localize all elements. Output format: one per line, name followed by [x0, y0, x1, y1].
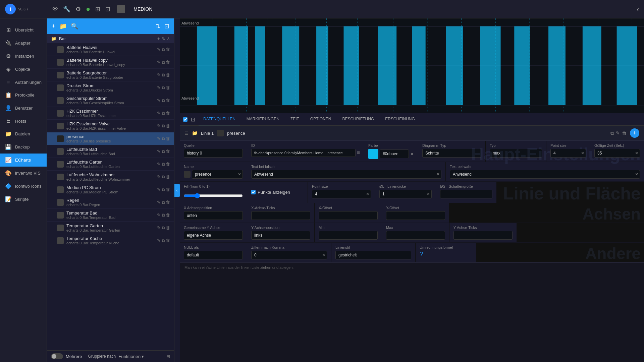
sidebar-item-dateien[interactable]: 📁 Dateien	[0, 127, 47, 140]
file-copy-btn[interactable]: ⧉	[162, 47, 165, 52]
folder-add-btn[interactable]: +	[157, 36, 160, 41]
mehrere-toggle[interactable]	[51, 353, 63, 359]
file-item[interactable]: Luftfeuchte Bad echarts.0.Bar.Luftfeucht…	[47, 145, 174, 158]
file-delete-btn[interactable]: 🗑	[166, 187, 170, 192]
tab-expand-btn[interactable]: ⊡	[189, 114, 197, 125]
file-copy-btn[interactable]: ⧉	[162, 123, 165, 129]
file-edit-btn[interactable]: ✎	[157, 72, 161, 78]
file-item[interactable]: HZK Esszimmer echarts.0.Bar.HZK Esszimme…	[47, 107, 174, 120]
visibility-icon[interactable]: 👁	[52, 6, 58, 13]
file-copy-btn[interactable]: ⧉	[162, 85, 165, 90]
wrench-icon[interactable]: 🔧	[63, 5, 70, 13]
file-edit-btn[interactable]: ✎	[157, 225, 161, 231]
drag-handle-icon[interactable]: ☰	[184, 131, 189, 136]
punkte-checkbox[interactable]	[251, 190, 256, 194]
point-size-clear-btn[interactable]: ✕	[581, 151, 584, 156]
file-item[interactable]: Drucker Strom echarts.0.Bar.Drucker Stro…	[47, 81, 174, 94]
file-copy-btn[interactable]: ⧉	[162, 60, 165, 65]
y-achsenposition-select[interactable]: links	[251, 231, 310, 240]
sidebar-item-adapter[interactable]: 🔌 Adapter	[0, 37, 47, 50]
file-item[interactable]: HZK Esszimmer Valve echarts.0.Bar.HZK Es…	[47, 120, 174, 132]
file-edit-btn[interactable]: ✎	[157, 187, 161, 192]
tab-zeit[interactable]: ZEIT	[286, 113, 304, 125]
file-copy-btn[interactable]: ⧉	[162, 200, 165, 205]
tab-beschriftung[interactable]: BESCHRIFTUNG	[338, 113, 379, 125]
file-copy-btn[interactable]: ⧉	[162, 225, 165, 231]
add-file-btn[interactable]: +	[51, 22, 56, 31]
file-copy-btn[interactable]: ⧉	[162, 111, 165, 116]
sidebar-item-ubersicht[interactable]: ⊞ Übersicht	[0, 23, 47, 37]
diagramm-typ-select[interactable]: Schritte	[422, 149, 481, 158]
file-delete-btn[interactable]: 🗑	[166, 111, 170, 116]
x-offset-select[interactable]	[319, 211, 378, 220]
file-delete-btn[interactable]: 🗑	[166, 60, 170, 65]
file-edit-btn[interactable]: ✎	[157, 200, 161, 205]
name-clear-btn[interactable]: ✕	[238, 172, 241, 177]
file-edit-btn[interactable]: ✎	[157, 162, 161, 167]
file-delete-btn[interactable]: 🗑	[166, 213, 170, 218]
sidebar-item-backup[interactable]: 💾 Backup	[0, 140, 47, 154]
min-input[interactable]	[319, 231, 378, 240]
file-delete-btn[interactable]: 🗑	[166, 225, 170, 231]
file-item[interactable]: Luftfeuchte Wohnzimmer echarts.0.Bar.Luf…	[47, 171, 174, 183]
text-wahr-clear-btn[interactable]: ✕	[635, 172, 638, 177]
file-copy-btn[interactable]: ⧉	[162, 149, 165, 154]
file-item[interactable]: Temperatur Bad echarts.0.Bar.Temperatur …	[47, 209, 174, 222]
file-edit-btn[interactable]: ✎	[157, 136, 161, 141]
file-edit-btn[interactable]: ✎	[157, 238, 161, 243]
file-delete-btn[interactable]: 🗑	[166, 149, 170, 154]
green-dot-icon[interactable]: ●	[86, 5, 90, 13]
funktionen-btn[interactable]: Funktionen ▾	[118, 354, 144, 359]
expand-panel-btn[interactable]: ⊡	[164, 22, 170, 31]
name-input[interactable]	[192, 170, 243, 179]
file-copy-btn[interactable]: ⧉	[162, 213, 165, 218]
file-delete-btn[interactable]: 🗑	[166, 174, 170, 180]
file-edit-btn[interactable]: ✎	[157, 98, 161, 103]
file-item[interactable]: Luftfeuchte Garten echarts.0.Bar.Luftfeu…	[47, 158, 174, 171]
folder-btn[interactable]: 📁	[59, 22, 67, 31]
folder-edit-btn[interactable]: ✎	[161, 36, 165, 41]
text-falsch-clear-btn[interactable]: ✕	[436, 172, 440, 177]
color-box[interactable]	[368, 149, 378, 159]
search-btn[interactable]: 🔍	[70, 22, 79, 31]
gultige-zeit-input[interactable]	[594, 149, 640, 158]
line-copy-btn[interactable]: ⧉	[610, 130, 614, 136]
collapse-sidebar-btn[interactable]: ‹	[637, 5, 639, 13]
farbe-input[interactable]	[380, 149, 409, 158]
os-input[interactable]	[440, 190, 492, 198]
text-falsch-input[interactable]	[251, 170, 441, 179]
tab-erscheinung[interactable]: ERSCHEINUNG	[380, 113, 420, 125]
sidebar-item-aufzahlungen[interactable]: ≡ Aufzählungen	[0, 76, 47, 88]
sidebar-item-echarts[interactable]: 📈 ECharts	[0, 154, 47, 167]
file-edit-btn[interactable]: ✎	[157, 213, 161, 218]
sort-btn[interactable]: ⇅	[155, 22, 161, 31]
file-item[interactable]: Temperatur Küche echarts.0.Bar.Temperatu…	[47, 234, 174, 247]
panel-options-btn[interactable]: ⊞	[166, 354, 170, 359]
gultige-zeit-clear-btn[interactable]: ✕	[635, 151, 638, 156]
folder-toggle-btn[interactable]: ∧	[167, 36, 170, 41]
line-add-btn[interactable]: +	[630, 128, 639, 138]
file-copy-btn[interactable]: ⧉	[162, 187, 165, 192]
fill-slider[interactable]	[184, 192, 243, 199]
ziffern-input[interactable]	[251, 251, 327, 259]
file-copy-btn[interactable]: ⧉	[162, 162, 165, 167]
grid-icon[interactable]: ⊞	[95, 5, 100, 13]
sidebar-item-protokolle[interactable]: 📋 Protokolle	[0, 88, 47, 102]
id-menu-btn[interactable]: ≡	[357, 150, 360, 156]
expand-icon[interactable]: ⊡	[105, 5, 110, 13]
ol-input[interactable]	[379, 190, 432, 198]
linienstil-select[interactable]: gestrichelt	[335, 251, 411, 259]
file-edit-btn[interactable]: ✎	[157, 60, 161, 65]
file-delete-btn[interactable]: 🗑	[166, 136, 170, 141]
file-item[interactable]: Regen echarts.0.Bar.Regen ✎ ⧉ 🗑	[47, 196, 174, 209]
max-input[interactable]	[386, 231, 445, 240]
file-edit-btn[interactable]: ✎	[157, 149, 161, 154]
file-item[interactable]: Medion PC Strom echarts.0.Bar.Medion PC …	[47, 183, 174, 196]
settings-icon[interactable]: ⚙	[75, 5, 81, 13]
file-copy-btn[interactable]: ⧉	[162, 174, 165, 180]
sidebar-item-hosts[interactable]: 🖥 Hosts	[0, 115, 47, 127]
file-item[interactable]: Batterie Huawei copy echarts.0.Bar.Batte…	[47, 56, 174, 69]
punkte-checkbox-label[interactable]: Punkte anzeigen	[251, 190, 304, 195]
farbe-clear-btn[interactable]: ✕	[410, 152, 414, 157]
x-achsenposition-select[interactable]: unten	[184, 211, 243, 220]
